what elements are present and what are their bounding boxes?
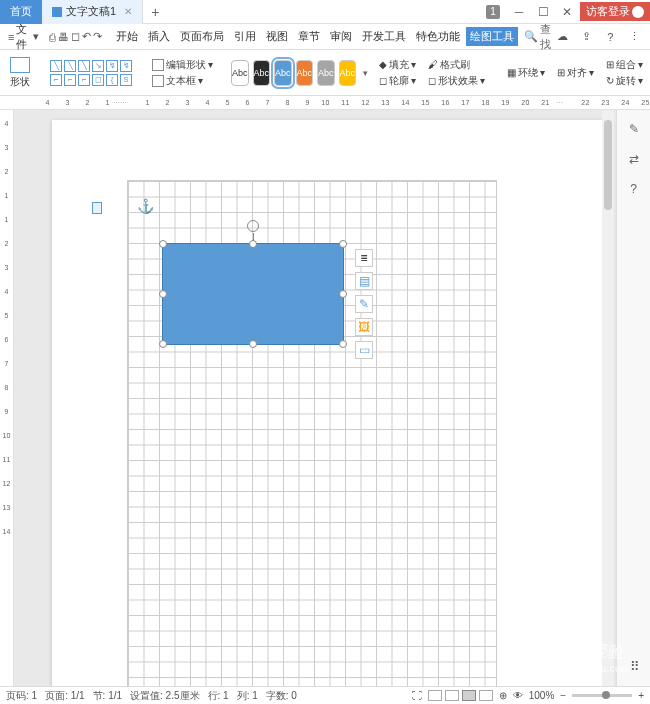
ribbon-tab-layout[interactable]: 页面布局 [176, 29, 228, 44]
resize-handle-w[interactable] [159, 290, 167, 298]
style-preset-2[interactable]: Abc [253, 60, 271, 86]
scrollbar-vertical[interactable] [602, 110, 614, 686]
ribbon-tab-review[interactable]: 审阅 [326, 29, 356, 44]
status-page[interactable]: 页码: 1 [6, 689, 37, 703]
help-icon[interactable]: ? [601, 28, 619, 46]
resize-handle-ne[interactable] [339, 240, 347, 248]
selected-rectangle-shape[interactable]: ≡ ▤ ✎ 🖼 ▭ [162, 243, 344, 345]
resize-handle-se[interactable] [339, 340, 347, 348]
view-print-icon[interactable] [462, 690, 476, 701]
preview-icon[interactable]: ◻ [71, 28, 80, 46]
zoom-out-icon[interactable]: − [560, 690, 566, 701]
outline-button[interactable]: ◻ 轮廓 ▾ [379, 74, 416, 88]
window-minimize-icon[interactable]: ─ [508, 2, 530, 22]
ribbon-tab-insert[interactable]: 插入 [144, 29, 174, 44]
status-row[interactable]: 行: 1 [208, 689, 229, 703]
zoom-knob[interactable] [602, 691, 610, 699]
align-button[interactable]: ⊞ 对齐 ▾ [557, 66, 594, 80]
float-border-icon[interactable]: ▭ [355, 341, 373, 359]
fill-button[interactable]: ◆ 填充 ▾ [379, 58, 416, 72]
status-chars[interactable]: 字数: 0 [266, 689, 297, 703]
style-preset-1[interactable]: Abc [231, 60, 249, 86]
zoom-in-icon[interactable]: + [638, 690, 644, 701]
window-close-icon[interactable]: ✕ [556, 2, 578, 22]
format-group: ◆ 填充 ▾ ◻ 轮廓 ▾ [375, 58, 420, 88]
view-outline-icon[interactable] [428, 690, 442, 701]
redo-icon[interactable]: ↷ [93, 28, 102, 46]
ribbon-tab-dev[interactable]: 开发工具 [358, 29, 410, 44]
arrange-group-2: ⊞ 对齐 ▾ [553, 66, 598, 80]
format-brush-button[interactable]: 🖌 格式刷 [428, 58, 485, 72]
hamburger-icon[interactable]: ≡ [8, 28, 14, 46]
globe-icon[interactable]: ⊕ [499, 690, 507, 701]
float-image-icon[interactable]: 🖼 [355, 318, 373, 336]
zoom-value[interactable]: 100% [529, 690, 555, 701]
undo-icon[interactable]: ↶ [82, 28, 91, 46]
notification-badge[interactable]: 1 [486, 5, 500, 19]
print-icon[interactable]: 🖶 [58, 28, 69, 46]
share-icon[interactable]: ⇪ [577, 28, 595, 46]
eye-icon[interactable]: 👁 [513, 690, 523, 701]
tab-close-icon[interactable]: ✕ [124, 6, 132, 17]
group-button[interactable]: ⊞ 组合 ▾ [606, 58, 643, 72]
wrap-button[interactable]: ▦ 环绕 ▾ [507, 66, 545, 80]
cloud-icon[interactable]: ☁ [553, 28, 571, 46]
ribbon-tab-section[interactable]: 章节 [294, 29, 324, 44]
ribbon-tab-drawing[interactable]: 绘图工具 [466, 27, 518, 46]
view-web-icon[interactable] [479, 690, 493, 701]
float-edit-icon[interactable]: ✎ [355, 295, 373, 313]
status-section[interactable]: 节: 1/1 [93, 689, 122, 703]
login-button[interactable]: 访客登录 [580, 2, 650, 21]
more-icon[interactable]: ⋮ [625, 28, 643, 46]
float-wrap-icon[interactable]: ▤ [355, 272, 373, 290]
window-maximize-icon[interactable]: ☐ [532, 2, 554, 22]
search-group[interactable]: 🔍 查找 [524, 22, 551, 52]
shape-effect-button[interactable]: ◻ 形状效果 ▾ [428, 74, 485, 88]
document-page[interactable]: ⚓ ≡ ▤ ✎ 🖼 ▭ [52, 120, 612, 686]
status-col[interactable]: 列: 1 [237, 689, 258, 703]
ribbon-tab-view[interactable]: 视图 [262, 29, 292, 44]
rotate-button[interactable]: ↻ 旋转 ▾ [606, 74, 643, 88]
canvas-viewport[interactable]: ⚓ ≡ ▤ ✎ 🖼 ▭ [14, 110, 650, 686]
tab-document[interactable]: 文字文稿1 ✕ [42, 0, 143, 24]
help-panel-icon[interactable]: ? [625, 180, 643, 198]
resize-handle-sw[interactable] [159, 340, 167, 348]
scrollbar-thumb[interactable] [604, 120, 612, 210]
lines-gallery[interactable]: ╲╲╲↘↯↯ ⌐⌐⌐◻{S [48, 58, 134, 88]
style-preset-6[interactable]: Abc [339, 60, 357, 86]
ribbon-tab-start[interactable]: 开始 [112, 29, 142, 44]
resize-handle-e[interactable] [339, 290, 347, 298]
ribbon-tab-special[interactable]: 特色功能 [412, 29, 464, 44]
float-layout-icon[interactable]: ≡ [355, 249, 373, 267]
tab-add-button[interactable]: + [143, 4, 167, 20]
arrange-group-3: ⊞ 组合 ▾ ↻ 旋转 ▾ [602, 58, 647, 88]
preset-more-icon[interactable]: ▾ [360, 68, 371, 78]
style-preset-3[interactable]: Abc [274, 60, 292, 86]
pen-tool-icon[interactable]: ✎ [625, 120, 643, 138]
file-menu[interactable]: 文件 [16, 22, 27, 52]
style-preset-4[interactable]: Abc [296, 60, 314, 86]
tab-home[interactable]: 首页 [0, 0, 42, 24]
resize-handle-nw[interactable] [159, 240, 167, 248]
insert-shape-button[interactable]: 形状 [6, 57, 34, 89]
zoom-slider[interactable] [572, 694, 632, 697]
style-preset-5[interactable]: Abc [317, 60, 335, 86]
status-setting[interactable]: 设置值: 2.5厘米 [130, 689, 199, 703]
view-page-icon[interactable] [445, 690, 459, 701]
status-pages[interactable]: 页面: 1/1 [45, 689, 84, 703]
edit-shape-button[interactable]: 编辑形状 ▾ [152, 58, 213, 72]
statusbar-right: ⛶ ⊕ 👁 100% − + [412, 690, 644, 701]
resize-handle-n[interactable] [249, 240, 257, 248]
resize-handle-s[interactable] [249, 340, 257, 348]
dropdown-caret-icon[interactable]: ▾ [33, 28, 39, 46]
rotate-handle[interactable] [247, 220, 259, 232]
textbox-button[interactable]: 文本框 ▾ [152, 74, 213, 88]
titlebar: 首页 文字文稿1 ✕ + 1 ─ ☐ ✕ 访客登录 [0, 0, 650, 24]
settings-panel-icon[interactable]: ⇄ [625, 150, 643, 168]
login-label: 访客登录 [586, 4, 630, 19]
anchor-icon: ⚓ [137, 198, 154, 214]
save-icon[interactable]: ⎙ [49, 28, 56, 46]
more-options-icon[interactable]: ⠿ [630, 659, 640, 674]
ribbon-tab-reference[interactable]: 引用 [230, 29, 260, 44]
fullscreen-icon[interactable]: ⛶ [412, 690, 422, 701]
